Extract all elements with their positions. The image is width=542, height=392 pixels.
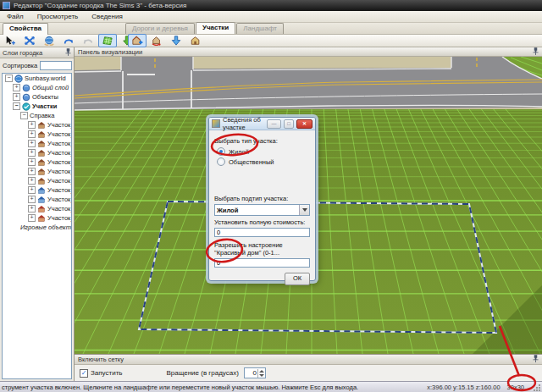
dialog-title: Сведения об участке [223, 116, 264, 131]
menu-item[interactable]: Файл [0, 12, 30, 21]
maximize-button[interactable]: □ [284, 119, 294, 129]
expand-toggle[interactable]: + [28, 196, 36, 203]
expand-toggle[interactable]: + [13, 93, 20, 101]
spin-up-icon[interactable] [259, 370, 264, 373]
tree-item-label: Участок_9 [47, 196, 72, 203]
status-message: струмент участка включен. Щелкните на ла… [2, 384, 427, 391]
move-tool-button[interactable] [20, 34, 39, 47]
tree-item[interactable]: +Объекты [3, 92, 71, 102]
rotation-label: Вращение (в градусах) [167, 369, 239, 377]
grid-select-icon [102, 36, 113, 46]
expand-toggle[interactable]: + [28, 205, 36, 213]
tree-item[interactable]: +Участок_5 [3, 157, 71, 167]
chevron-down-icon[interactable] [299, 205, 309, 215]
enable-grid-title: Включить сетку [78, 356, 124, 363]
expand-toggle[interactable]: + [28, 158, 36, 166]
expand-toggle[interactable]: + [28, 186, 36, 194]
radio-community[interactable]: Общественный [217, 157, 310, 167]
expand-toggle[interactable]: − [13, 102, 20, 110]
tree-item[interactable]: +Участок_6 [3, 167, 71, 176]
tree-item-label: Участок_11 [47, 214, 72, 222]
expand-toggle[interactable]: − [20, 112, 28, 119]
tree-item-label: Игровые объекты [20, 224, 72, 231]
house-blue-icon [37, 186, 46, 195]
expand-toggle[interactable]: + [28, 149, 36, 157]
tree-item-label: Участки [32, 102, 57, 110]
tree-item[interactable]: +Участок_7 [3, 176, 71, 185]
expand-toggle[interactable]: + [28, 121, 36, 129]
spin-down-icon[interactable] [259, 374, 264, 377]
toolbar-group-lots [127, 34, 205, 47]
resize-grip[interactable] [533, 384, 540, 391]
menu-item[interactable]: Сведения [85, 12, 130, 21]
tree-item-label: Общий слой [32, 84, 69, 91]
grid-select-button[interactable] [98, 34, 117, 47]
expand-toggle[interactable]: + [13, 84, 20, 91]
tree-item[interactable]: +Участок_10 [3, 204, 71, 213]
rotate-lot-button[interactable] [147, 34, 166, 47]
orbit-right-button[interactable] [79, 34, 97, 47]
tab-ландшафт[interactable]: Ландшафт [236, 23, 284, 34]
rotate-lot-icon [151, 36, 163, 46]
tree-item[interactable]: −Sunbasy.world [3, 74, 71, 83]
rotation-stepper[interactable]: 0 [244, 367, 266, 378]
select-tool-button[interactable] [1, 34, 19, 47]
expand-toggle[interactable]: + [28, 140, 36, 147]
close-button[interactable]: ✕ [296, 119, 312, 129]
mood-input[interactable] [214, 258, 310, 268]
house-brown-icon [37, 121, 46, 130]
ok-button[interactable]: ОК [285, 273, 310, 285]
expand-toggle[interactable]: + [28, 177, 36, 185]
tree-item[interactable]: −Участки [3, 102, 71, 111]
tree-item[interactable]: −Справка [3, 111, 71, 120]
menu-bar: ФайлПросмотретьСведения [0, 11, 542, 23]
run-label: Запустить [91, 369, 123, 377]
tree-item[interactable]: +Участок_4 [3, 148, 71, 157]
pin-icon[interactable] [533, 355, 539, 364]
orbit-left-button[interactable] [59, 34, 78, 47]
tree-item[interactable]: Игровые объекты [3, 223, 71, 232]
lot-tool-icon [190, 36, 202, 46]
house-brown-icon [37, 168, 46, 176]
radio-residential-circle[interactable] [217, 147, 225, 156]
expand-toggle[interactable]: − [5, 75, 13, 82]
house-brown-icon [37, 149, 46, 157]
add-lot-icon [131, 36, 143, 46]
sort-label: Сортировка [3, 62, 37, 69]
tab-свойства[interactable]: Свойства [3, 23, 48, 35]
tree-item[interactable]: +Участок_1 [3, 130, 71, 139]
lot-tool-button[interactable] [186, 34, 205, 47]
tab-участки[interactable]: Участки [196, 22, 235, 34]
pan-world-button[interactable] [40, 34, 58, 47]
tree-item[interactable]: +Участок_9 [3, 195, 71, 204]
expand-toggle[interactable]: + [28, 130, 36, 138]
radio-residential[interactable]: Жилой [217, 146, 310, 157]
radio-community-circle[interactable] [217, 157, 225, 166]
lot-subtype-select[interactable]: Жилой [214, 204, 310, 216]
tree-item[interactable]: +Общий слой [3, 83, 71, 92]
tree-item[interactable]: +Участок_8 [3, 185, 71, 195]
layers-panel: Слои городка Сортировка −Sunbasy.world+О… [0, 47, 75, 381]
lot-type-label: Выбрать тип участка: [214, 137, 310, 145]
pin-icon[interactable] [65, 48, 71, 58]
tree-item-label: Sunbasy.world [25, 75, 66, 82]
import-lot-button[interactable] [167, 34, 185, 47]
dialog-title-bar[interactable]: Сведения об участке — □ ✕ [209, 118, 315, 130]
dialog-icon [212, 119, 220, 128]
add-lot-button[interactable] [128, 34, 147, 47]
pin-icon[interactable] [533, 47, 539, 57]
run-checkbox[interactable]: ✓ [80, 369, 88, 378]
tree-item[interactable]: +Участок_0 [3, 120, 71, 130]
minimize-button[interactable]: — [267, 119, 281, 129]
tree-item-label: Участок_10 [47, 205, 72, 213]
menu-item[interactable]: Просмотреть [30, 12, 86, 21]
tree-item[interactable]: +Участок_2 [3, 139, 71, 148]
cost-input[interactable] [214, 228, 310, 237]
sort-input[interactable] [40, 61, 72, 70]
expand-toggle[interactable]: + [28, 168, 36, 175]
tree-item[interactable]: +Участок_11 [3, 213, 71, 223]
tree-item-label: Участок_5 [47, 158, 72, 166]
expand-toggle[interactable]: + [28, 214, 36, 222]
house-brown-icon [37, 140, 46, 148]
tab-дороги-и-деревья[interactable]: Дороги и деревья [125, 23, 195, 34]
